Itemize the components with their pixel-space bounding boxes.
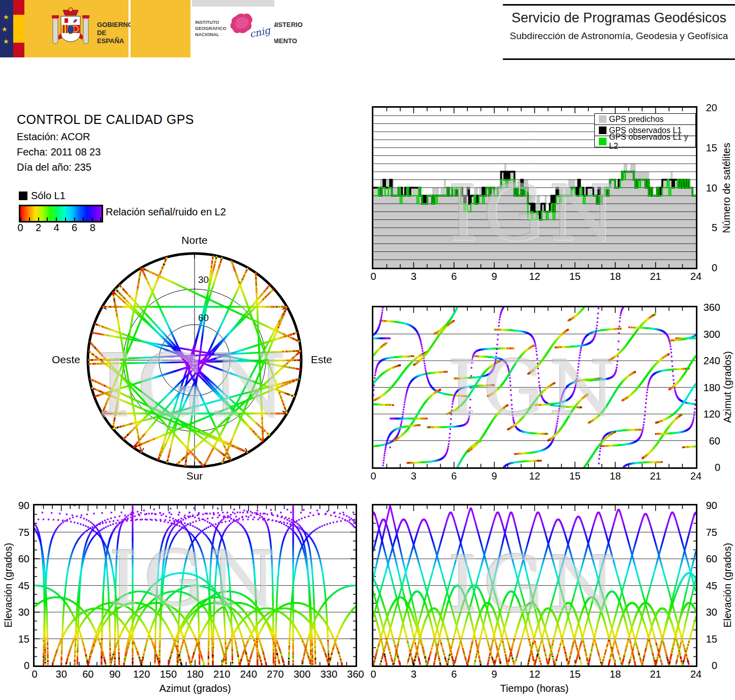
compass-west-label: Oeste [52, 354, 80, 366]
tick-label: 210 [213, 669, 230, 680]
colorbar-tick [47, 217, 48, 221]
doy-line: Día del año: 235 [17, 162, 91, 173]
tick-label: 18 [610, 470, 621, 482]
report-title: CONTROL DE CALIDAD GPS [17, 112, 194, 127]
tick-label: 10 [706, 182, 717, 194]
tick-label: 240 [704, 355, 720, 367]
tick-label: 2 [36, 222, 41, 234]
sat-chart-legend: GPS predichos GPS observados L1 GPS obse… [594, 113, 696, 147]
tick-label: 120 [704, 408, 720, 420]
elevation-azimuth-chart-canvas [33, 504, 357, 667]
snr-colorbar-label: Relación señal/ruido en L2 [106, 206, 226, 218]
tick-label: 15 [706, 633, 717, 645]
tick-label: 4 [54, 222, 59, 234]
solo-l1-label: Sólo L1 [31, 190, 66, 202]
tick-label: 240 [240, 669, 257, 680]
tick-label: 3 [411, 271, 417, 282]
tick-label: 75 [18, 527, 29, 538]
tick-label: 360 [347, 669, 364, 680]
azimut-x-axis-title: Azimut (grados) [159, 683, 231, 694]
tick-label: 90 [109, 669, 120, 680]
gobierno-label: GOBIERNO DE ESPAÑA [97, 21, 133, 45]
flag-red-band [13, 0, 24, 15]
tick-label: 180 [186, 669, 203, 680]
ign-label: INSTITUTO GEOGRÁFICO NACIONAL [195, 19, 227, 38]
service-subtitle: Subdirección de Astronomía, Geodesia y G… [503, 30, 735, 42]
colorbar-tick [92, 217, 93, 221]
tick-label: 8 [90, 222, 95, 234]
tick-label: 0 [370, 669, 376, 680]
tick-label: 15 [569, 470, 581, 482]
green-swatch-icon [599, 138, 606, 145]
tick-label: 120 [133, 669, 150, 680]
ring-30-label: 30 [198, 274, 209, 285]
tick-label: 0 [370, 271, 376, 282]
tick-label: 9 [492, 669, 497, 680]
azimut-y-axis-title: Azimut (grados) [722, 351, 733, 423]
colorbar-tick [65, 217, 66, 221]
tick-label: 45 [18, 580, 29, 592]
tick-label: 12 [529, 470, 540, 482]
service-title: Servicio de Programas Geodésicos [503, 10, 735, 26]
tick-label: 9 [492, 470, 497, 482]
colorbar-tick [74, 217, 75, 221]
tick-label: 0 [712, 262, 717, 274]
tick-label: 0 [712, 660, 717, 672]
tick-label: 60 [706, 553, 717, 565]
compass-south-label: Sur [186, 470, 203, 482]
star-icon: ★ [3, 13, 9, 21]
tick-label: 0 [24, 660, 29, 672]
tick-label: 9 [492, 271, 497, 282]
tick-label: 3 [411, 470, 417, 482]
tick-label: 5 [712, 222, 717, 234]
tick-label: 0 [715, 462, 720, 473]
tick-label: 90 [706, 500, 717, 512]
flag-yellow-band [13, 15, 24, 42]
tick-label: 30 [56, 669, 67, 680]
tick-label: 30 [706, 607, 717, 618]
colorbar-tick [100, 217, 101, 221]
legend-label: GPS predichos [609, 115, 664, 124]
solo-l1-legend: Sólo L1 [19, 190, 66, 202]
tick-label: 0 [370, 470, 376, 482]
station-line: Estación: ACOR [17, 131, 90, 143]
flag-strip: ★ ★ ★ [0, 0, 13, 57]
tick-label: 60 [82, 669, 93, 680]
tick-label: 18 [610, 669, 621, 680]
flag-red-band [13, 43, 24, 57]
elev-right-axis-title: Elevación (grados) [722, 543, 733, 628]
skyplot-canvas [78, 243, 311, 477]
ign-gray-strip [192, 0, 274, 7]
tick-label: 60 [709, 435, 720, 447]
tick-label: 18 [610, 271, 621, 282]
tick-label: 90 [18, 500, 29, 512]
colorbar-tick [29, 217, 30, 221]
compass-north-label: Norte [181, 234, 207, 246]
legend-label: GPS observados L1 y L2 [609, 133, 695, 151]
rule [503, 58, 735, 60]
tick-label: 21 [650, 669, 661, 680]
spain-coat-of-arms-icon [51, 7, 90, 51]
tick-label: 0 [31, 669, 37, 680]
tick-label: 270 [267, 669, 283, 680]
tick-label: 30 [18, 607, 29, 618]
date-line: Fecha: 2011 08 23 [17, 146, 101, 158]
tick-label: 6 [451, 669, 457, 680]
tick-label: 20 [706, 102, 717, 114]
tick-label: 15 [569, 271, 581, 282]
rule [503, 4, 735, 6]
tick-label: 21 [650, 271, 661, 282]
snr-colorbar [19, 205, 103, 222]
tick-label: 300 [704, 329, 720, 340]
tick-label: 300 [294, 669, 310, 680]
colorbar-tick [83, 217, 84, 221]
legend-row: GPS observados L1 y L2 [595, 136, 695, 147]
sats-y-axis-title: Número de satélites [721, 143, 732, 233]
tick-label: 24 [690, 669, 701, 680]
tick-label: 24 [690, 470, 701, 482]
tiempo-x-axis-title: Tiempo (horas) [500, 683, 569, 694]
tick-label: 15 [569, 669, 581, 680]
tick-label: 15 [706, 142, 717, 154]
tick-label: 12 [529, 271, 540, 282]
ring-60-label: 60 [198, 312, 209, 324]
